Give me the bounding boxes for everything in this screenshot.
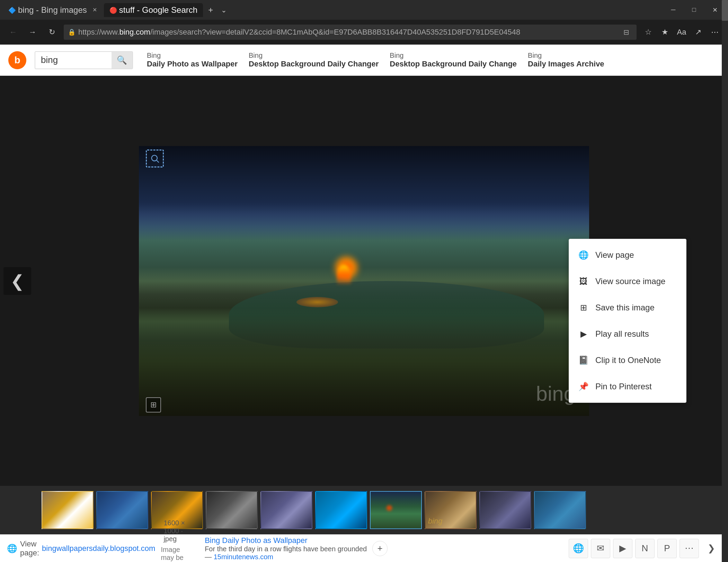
split-view-icon[interactable]: ⊟ [620,26,632,38]
scrollbar[interactable] [722,0,728,562]
tab-dropdown-button[interactable]: ⌄ [218,4,230,16]
globe-icon: 🌐 [7,544,17,553]
pinterest-menu-icon: 📌 [577,380,590,393]
url-domain: bing.com [119,28,150,36]
menu-item-view-page[interactable]: 🌐 View page [569,242,686,268]
article-title[interactable]: Bing Daily Photo as Wallpaper [205,536,367,545]
search-box[interactable]: 🔍 [35,51,133,69]
scrollbar-thumb[interactable] [722,0,728,21]
nav-item-change[interactable]: Bing Desktop Background Daily Change [390,52,517,69]
collections-button[interactable]: ★ [657,25,673,40]
refresh-button[interactable]: ↻ [44,25,60,40]
menu-item-play-all[interactable]: ▶ Play all results [569,321,686,347]
window-controls: ─ □ ✕ [663,3,725,17]
svg-line-1 [157,160,159,162]
view-page-link: 🌐 View page: bingwallpapersdaily.blogspo… [7,540,155,558]
menu-item-view-source[interactable]: 🖼 View source image [569,268,686,294]
main-image-container: bing ⊞ [139,146,589,416]
lock-icon: 🔒 [68,28,76,36]
menu-item-pin-pinterest[interactable]: 📌 Pin to Pinterest [569,373,686,400]
maximize-button[interactable]: □ [684,3,704,17]
image-viewer: ❮ bing [0,76,728,486]
toolbar-icons: ☆ ★ Aa ↗ ⋯ [641,25,722,40]
thumbnail-5[interactable] [260,491,312,529]
menu-label-clip-onenote: Clip it to OneNote [595,355,661,365]
thumbnail-6[interactable] [315,491,367,529]
image-expand-icon[interactable]: ⊞ [146,397,161,413]
image-info-group: 1600 × 1000 · jpeg Image may be subject … [161,519,191,562]
back-button[interactable]: ← [6,25,21,40]
view-page-url[interactable]: bingwallpapersdaily.blogspot.com [42,544,155,553]
view-page-label: View page: [20,540,39,558]
article-info: Bing Daily Photo as Wallpaper For the th… [205,536,367,561]
bottom-email-button[interactable]: ✉ [591,539,610,558]
image-search-icon[interactable] [146,149,164,167]
bing-logo: b [8,51,26,69]
thumbnail-10[interactable] [534,491,586,529]
address-bar: ← → ↻ 🔒 https://www.bing.com/images/sear… [0,20,728,45]
share-button[interactable]: ↗ [691,25,706,40]
menu-label-pin-pinterest: Pin to Pinterest [595,382,652,391]
save-menu-icon: ⊞ [577,301,590,314]
search-input[interactable] [35,52,112,69]
article-em-dash: — 15minutenews.com [205,553,367,561]
thumbnail-9[interactable] [479,491,531,529]
sky-layer [139,146,589,241]
bing-header: b 🔍 Bing Daily Photo as Wallpaper Bing D… [0,45,728,76]
add-article-button[interactable]: + [372,541,388,556]
svg-point-0 [152,155,157,161]
article-source[interactable]: 15minutenews.com [214,553,273,561]
menu-label-view-source: View source image [595,277,665,286]
bing-tab-favicon: 🔷 [8,7,15,13]
thumbnail-4[interactable] [206,491,258,529]
bing-nav: Bing Daily Photo as Wallpaper Bing Deskt… [147,52,604,69]
tab-bing-close[interactable]: ✕ [92,7,97,13]
browser-frame: 🔷 bing - Bing images ✕ 🔴 stuff - Google … [0,0,728,562]
play-menu-icon: ▶ [577,328,590,340]
forward-button[interactable]: → [25,25,40,40]
context-menu: 🌐 View page 🖼 View source image ⊞ Save t… [569,239,686,403]
url-prefix: https://www. [78,28,119,36]
bottom-right: 🌐 ✉ ▶ N P ⋯ ❯ [569,539,721,558]
menu-item-save-image[interactable]: ⊞ Save this image [569,294,686,321]
thumbnail-7[interactable] [370,491,422,529]
title-bar: 🔷 bing - Bing images ✕ 🔴 stuff - Google … [0,0,728,20]
bottom-bar: 🌐 View page: bingwallpapersdaily.blogspo… [0,534,728,562]
menu-label-view-page: View page [595,250,634,260]
tab-google[interactable]: 🔴 stuff - Google Search [104,3,203,17]
address-input-wrap[interactable]: 🔒 https://www.bing.com/images/search?vie… [64,25,637,40]
mountain-layer [139,227,589,416]
address-text: https://www.bing.com/images/search?view=… [78,28,617,37]
tab-bing-title: bing - Bing images [18,5,87,15]
prev-image-button[interactable]: ❮ [3,267,31,295]
tab-bing[interactable]: 🔷 bing - Bing images ✕ [3,3,103,17]
thumbnail-8[interactable]: bing [425,491,477,529]
menu-label-play-all: Play all results [595,329,649,339]
bottom-pinterest-button[interactable]: P [657,539,677,558]
bottom-play-button[interactable]: ▶ [613,539,632,558]
bottom-globe-button[interactable]: 🌐 [569,539,588,558]
tab-google-title: stuff - Google Search [119,5,197,15]
bottom-expand-button[interactable]: ❯ [702,539,721,558]
onenote-menu-icon: 📓 [577,354,590,366]
bottom-left: 🌐 View page: bingwallpapersdaily.blogspo… [7,519,191,562]
volcano-lava [337,265,351,285]
nav-item-wallpaper[interactable]: Bing Daily Photo as Wallpaper [147,52,238,69]
favorites-button[interactable]: ☆ [641,25,656,40]
menu-label-save-image: Save this image [595,303,655,312]
new-tab-button[interactable]: + [204,4,217,16]
minimize-button[interactable]: ─ [663,3,684,17]
bottom-more-button[interactable]: ⋯ [680,539,699,558]
globe-menu-icon: 🌐 [577,249,590,261]
bottom-onenote-button[interactable]: N [635,539,655,558]
image-menu-icon: 🖼 [577,275,590,288]
menu-item-clip-onenote[interactable]: 📓 Clip it to OneNote [569,347,686,373]
nav-item-changer[interactable]: Bing Desktop Background Daily Changer [249,52,379,69]
search-button[interactable]: 🔍 [112,52,132,69]
copyright-note: Image may be subject to copyright. [161,546,191,562]
reading-view-button[interactable]: Aa [674,25,689,40]
url-rest: /images/search?view=detailV2&ccid=8MC1mA… [150,28,520,36]
main-content: ❮ bing [0,76,728,562]
nav-item-archive[interactable]: Bing Daily Images Archive [528,52,604,69]
more-button[interactable]: ⋯ [707,25,722,40]
